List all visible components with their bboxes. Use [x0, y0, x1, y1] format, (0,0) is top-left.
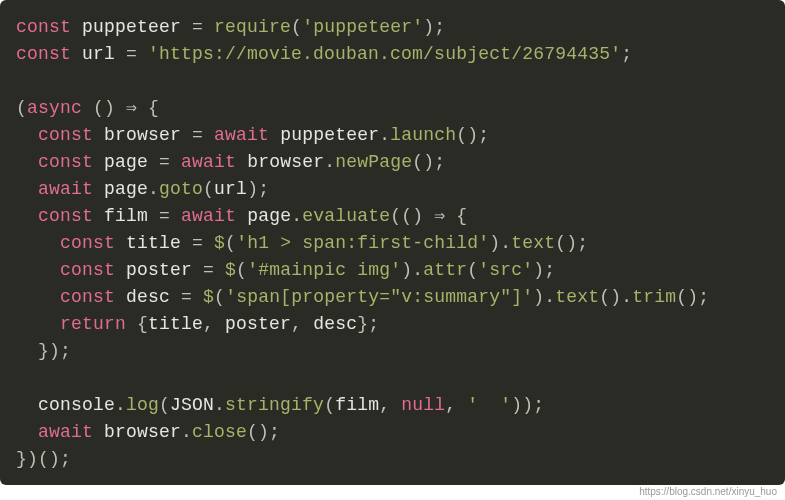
fn-dollar: $ [214, 233, 225, 253]
punct: ). [401, 260, 423, 280]
fn-attr: attr [423, 260, 467, 280]
fn-log: log [126, 395, 159, 415]
keyword-const: const [60, 260, 115, 280]
punct: { [445, 206, 467, 226]
punct: ( [203, 179, 214, 199]
punct: . [379, 125, 390, 145]
keyword-await: await [214, 125, 269, 145]
punct: = [203, 260, 225, 280]
ident: puppeteer [280, 125, 379, 145]
ident: page [247, 206, 291, 226]
fn-dollar: $ [203, 287, 214, 307]
code-line: const title = $('h1 > span:first-child')… [16, 233, 588, 253]
punct: , [291, 314, 313, 334]
keyword-const: const [60, 233, 115, 253]
punct: = [192, 233, 214, 253]
keyword-const: const [38, 125, 93, 145]
punct: (); [456, 125, 489, 145]
ident-title: title [126, 233, 181, 253]
punct: ( [214, 287, 225, 307]
punct: ( [467, 260, 478, 280]
ident: browser [247, 152, 324, 172]
keyword-async: async [27, 98, 82, 118]
code-line: (async () ⇒ { [16, 98, 159, 118]
ident: page [104, 179, 148, 199]
fn-launch: launch [390, 125, 456, 145]
arrow-icon: ⇒ [126, 98, 137, 118]
punct: , [445, 395, 467, 415]
code-line: await page.goto(url); [16, 179, 269, 199]
punct: ; [621, 44, 632, 64]
string: ' ' [467, 395, 511, 415]
code-line: const page = await browser.newPage(); [16, 152, 445, 172]
punct: )); [511, 395, 544, 415]
ident-browser: browser [104, 125, 181, 145]
keyword-const: const [16, 17, 71, 37]
punct: ( [159, 395, 170, 415]
punct: , [379, 395, 401, 415]
ident-page: page [104, 152, 148, 172]
ident: film [335, 395, 379, 415]
code-line: console.log(JSON.stringify(film, null, '… [16, 395, 544, 415]
punct: . [214, 395, 225, 415]
keyword-const: const [60, 287, 115, 307]
fn-evaluate: evaluate [302, 206, 390, 226]
keyword-const: const [38, 152, 93, 172]
code-line: }); [16, 341, 71, 361]
keyword-await: await [38, 422, 93, 442]
ident: desc [313, 314, 357, 334]
punct: . [324, 152, 335, 172]
fn-trim: trim [632, 287, 676, 307]
punct: })(); [16, 449, 71, 469]
punct: = [126, 44, 148, 64]
punct: ). [533, 287, 555, 307]
punct: ( [236, 260, 247, 280]
string: 'h1 > span:first-child' [236, 233, 489, 253]
keyword-return: return [60, 314, 126, 334]
punct: . [291, 206, 302, 226]
punct: ). [489, 233, 511, 253]
string: 'src' [478, 260, 533, 280]
keyword-await: await [181, 206, 236, 226]
code-line: })(); [16, 449, 71, 469]
fn-dollar: $ [225, 260, 236, 280]
code-line: return {title, poster, desc}; [16, 314, 379, 334]
punct: ( [16, 98, 27, 118]
ident-desc: desc [126, 287, 170, 307]
punct: = [192, 17, 214, 37]
fn-stringify: stringify [225, 395, 324, 415]
code-line: const desc = $('span[property="v:summary… [16, 287, 709, 307]
code-line: const url = 'https://movie.douban.com/su… [16, 44, 632, 64]
punct: = [159, 206, 181, 226]
punct: (); [555, 233, 588, 253]
punct: . [115, 395, 126, 415]
code-snippet: const puppeteer = require('puppeteer'); … [0, 0, 785, 485]
fn-require: require [214, 17, 291, 37]
ident-url: url [82, 44, 115, 64]
ident: poster [225, 314, 291, 334]
keyword-null: null [401, 395, 445, 415]
code-line: const puppeteer = require('puppeteer'); [16, 17, 445, 37]
code-line: await browser.close(); [16, 422, 280, 442]
punct: (); [247, 422, 280, 442]
keyword-const: const [16, 44, 71, 64]
punct: (). [599, 287, 632, 307]
code-line: const film = await page.evaluate(() ⇒ { [16, 206, 467, 226]
string: 'puppeteer' [302, 17, 423, 37]
keyword-await: await [181, 152, 236, 172]
punct: ( [291, 17, 302, 37]
punct: ( [225, 233, 236, 253]
punct: }; [357, 314, 379, 334]
punct: }); [38, 341, 71, 361]
keyword-const: const [38, 206, 93, 226]
punct: (); [676, 287, 709, 307]
ident: title [148, 314, 203, 334]
string: 'https://movie.douban.com/subject/267944… [148, 44, 621, 64]
fn-newPage: newPage [335, 152, 412, 172]
fn-text: text [555, 287, 599, 307]
punct: . [181, 422, 192, 442]
punct: ); [423, 17, 445, 37]
punct: = [159, 152, 181, 172]
punct: = [181, 287, 203, 307]
code-line: const browser = await puppeteer.launch()… [16, 125, 489, 145]
